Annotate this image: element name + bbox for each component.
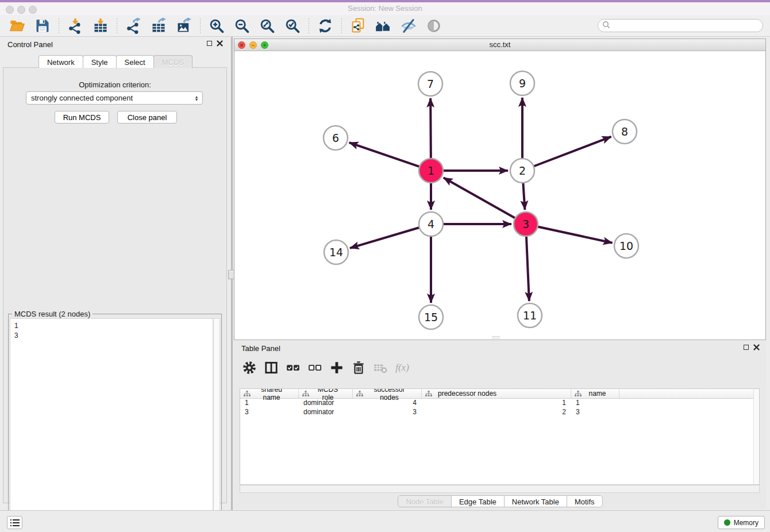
node-table[interactable]: shared nameMCDS rolesuccessor nodesprede… <box>240 388 760 485</box>
unselect-all-columns-icon[interactable] <box>307 361 322 375</box>
memory-button[interactable]: Memory <box>718 516 765 529</box>
graph-node-11[interactable]: 11 <box>518 303 542 327</box>
table-row[interactable]: 3dominator323 <box>240 408 759 417</box>
import-network-icon[interactable] <box>67 17 84 34</box>
zoom-in-icon[interactable] <box>208 17 225 34</box>
table-horizontal-scrollbar[interactable] <box>240 485 760 493</box>
search-wrap <box>598 19 763 32</box>
graph-node-4[interactable]: 4 <box>419 212 443 236</box>
column-header-predecessor-nodes[interactable]: predecessor nodes <box>422 389 571 398</box>
status-bar: Memory <box>0 510 770 532</box>
network-maximize-icon[interactable]: + <box>261 41 268 49</box>
network-window-titlebar[interactable]: ✕ − + scc.txt <box>234 39 765 51</box>
tab-select[interactable]: Select <box>116 55 154 68</box>
edge-3-11[interactable] <box>526 236 529 301</box>
edge-1-6[interactable] <box>349 142 419 167</box>
column-header-successor-nodes[interactable]: successor nodes <box>353 389 422 398</box>
status-menu-button[interactable] <box>7 516 22 529</box>
window-close-icon[interactable] <box>6 6 14 14</box>
graph-node-2[interactable]: 2 <box>510 159 534 183</box>
graph-node-6[interactable]: 6 <box>324 126 348 150</box>
graph-node-3[interactable]: 3 <box>514 212 538 236</box>
edge-1-7[interactable] <box>430 98 431 159</box>
list-icon <box>10 519 20 527</box>
toggle-column-display-icon[interactable] <box>264 361 279 375</box>
tab-style[interactable]: Style <box>83 55 117 68</box>
svg-text:8: 8 <box>621 125 628 138</box>
table-vertical-scrollbar[interactable] <box>753 389 759 484</box>
search-field[interactable] <box>598 19 763 32</box>
import-table-icon[interactable] <box>92 17 109 34</box>
svg-text:14: 14 <box>329 246 343 259</box>
network-resize-grip[interactable] <box>492 336 500 340</box>
close-panel-icon[interactable] <box>217 40 224 47</box>
mcds-result-list[interactable]: 13 <box>10 318 213 529</box>
float-panel-icon[interactable] <box>207 41 212 46</box>
svg-text:2: 2 <box>519 164 526 177</box>
graph-node-9[interactable]: 9 <box>510 71 534 95</box>
run-mcds-button[interactable]: Run MCDS <box>55 111 109 124</box>
window-minimize-icon[interactable] <box>17 6 25 14</box>
tab-node-table[interactable]: Node Table <box>398 495 452 507</box>
network-title: scc.txt <box>234 39 765 51</box>
create-column-icon[interactable] <box>329 361 344 375</box>
svg-text:10: 10 <box>619 240 633 252</box>
delete-columns-icon[interactable] <box>351 361 366 375</box>
show-home-panel-icon[interactable] <box>375 17 392 34</box>
edge-3-10[interactable] <box>538 226 613 242</box>
export-network-icon[interactable] <box>125 17 142 34</box>
search-input[interactable] <box>610 22 754 30</box>
graph-node-7[interactable]: 7 <box>418 72 442 96</box>
graph-node-15[interactable]: 15 <box>419 305 443 329</box>
tab-mcds[interactable]: MCDS <box>153 55 192 68</box>
select-all-columns-icon[interactable] <box>286 361 301 375</box>
column-header-shared-name[interactable]: shared name <box>240 389 299 398</box>
zoom-out-icon[interactable] <box>233 17 251 34</box>
main-toolbar <box>0 15 770 37</box>
edge-2-8[interactable] <box>534 137 611 167</box>
select-stepper-icon: ▴▾ <box>195 95 198 101</box>
tab-edge-table[interactable]: Edge Table <box>451 495 505 507</box>
column-header-name[interactable]: name <box>571 389 619 398</box>
search-icon <box>602 21 610 30</box>
svg-text:4: 4 <box>428 218 434 230</box>
function-builder-icon: f(x) <box>395 361 410 375</box>
table-float-panel-icon[interactable] <box>744 345 749 350</box>
mcds-result-scrollbar[interactable] <box>213 318 220 529</box>
optimization-criterion-select[interactable]: strongly connected component ▴▾ <box>26 91 203 105</box>
network-graph[interactable]: 1234678910111415 <box>234 51 765 340</box>
export-table-icon[interactable] <box>150 17 167 34</box>
close-panel-button[interactable]: Close panel <box>117 111 177 124</box>
tab-network[interactable]: Network <box>38 55 83 68</box>
network-minimize-icon[interactable]: − <box>249 41 257 49</box>
svg-text:11: 11 <box>523 309 537 322</box>
svg-text:1: 1 <box>428 164 434 177</box>
graph-node-8[interactable]: 8 <box>613 119 637 144</box>
window-zoom-icon[interactable] <box>29 6 37 14</box>
open-session-icon[interactable] <box>9 17 26 34</box>
graph-node-1[interactable]: 1 <box>419 159 443 183</box>
table-close-panel-icon[interactable] <box>753 344 760 350</box>
graph-node-10[interactable]: 10 <box>614 234 638 258</box>
edge-2-3[interactable] <box>523 183 525 210</box>
tab-motifs[interactable]: Motifs <box>567 495 603 507</box>
optimization-criterion-value: strongly connected component <box>31 94 133 102</box>
clone-network-icon[interactable] <box>349 17 367 34</box>
save-session-icon[interactable] <box>34 17 51 34</box>
column-header-MCDS-role[interactable]: MCDS role <box>299 389 353 398</box>
edge-3-1[interactable] <box>444 178 515 218</box>
network-close-icon[interactable]: ✕ <box>238 41 245 49</box>
tab-network-table[interactable]: Network Table <box>504 495 567 507</box>
svg-text:15: 15 <box>424 311 438 323</box>
zoom-fit-icon[interactable] <box>259 17 276 34</box>
zoom-selected-icon[interactable] <box>284 17 301 34</box>
hide-panels-icon[interactable] <box>400 17 417 34</box>
table-settings-icon[interactable] <box>242 361 257 375</box>
memory-label: Memory <box>734 519 759 527</box>
edge-4-14[interactable] <box>350 228 419 248</box>
svg-text:6: 6 <box>332 132 339 144</box>
export-image-icon[interactable] <box>175 17 192 34</box>
apply-preferred-layout-icon[interactable] <box>317 17 334 34</box>
table-panel-header: Table Panel <box>234 341 766 355</box>
graph-node-14[interactable]: 14 <box>324 240 348 264</box>
